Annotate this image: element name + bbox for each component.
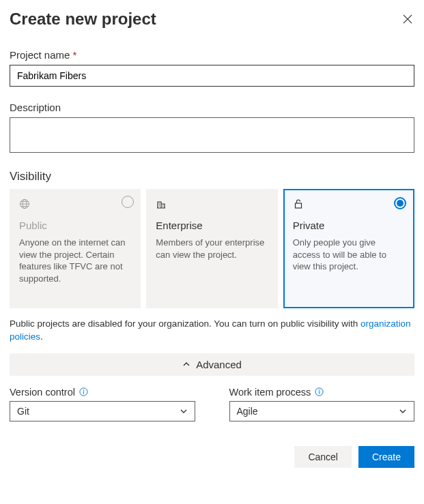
- description-input[interactable]: [10, 117, 414, 153]
- radio-indicator-selected: [394, 197, 406, 209]
- page-title: Create new project: [10, 10, 156, 29]
- cancel-button[interactable]: Cancel: [294, 446, 352, 468]
- svg-rect-5: [83, 391, 84, 394]
- chevron-up-icon: [182, 360, 190, 368]
- lock-icon: [293, 198, 405, 211]
- project-name-label: Project name *: [10, 49, 414, 61]
- project-name-input[interactable]: [10, 65, 414, 87]
- building-icon: [156, 198, 268, 211]
- card-title: Public: [19, 220, 131, 231]
- chevron-down-icon: [399, 407, 407, 415]
- globe-icon: [19, 198, 131, 211]
- svg-rect-8: [319, 391, 320, 394]
- card-description: Members of your enterprise can view the …: [156, 237, 268, 261]
- advanced-toggle[interactable]: Advanced: [10, 353, 414, 376]
- version-control-label: Version control: [10, 387, 75, 398]
- visibility-option-enterprise[interactable]: Enterprise Members of your enterprise ca…: [146, 189, 277, 308]
- svg-rect-2: [295, 203, 301, 208]
- info-icon[interactable]: [79, 387, 88, 396]
- svg-point-7: [319, 389, 320, 391]
- chevron-down-icon: [180, 407, 188, 415]
- create-button[interactable]: Create: [358, 446, 414, 468]
- visibility-label: Visibility: [10, 170, 414, 183]
- description-label: Description: [10, 102, 414, 113]
- visibility-notice: Public projects are disabled for your or…: [10, 318, 414, 344]
- card-description: Only people you give access to will be a…: [293, 237, 405, 273]
- card-title: Enterprise: [156, 220, 268, 231]
- work-item-process-label: Work item process: [229, 387, 311, 398]
- work-item-process-select[interactable]: Agile: [229, 401, 415, 421]
- close-button[interactable]: [401, 12, 414, 26]
- card-description: Anyone on the internet can view the proj…: [19, 237, 131, 284]
- card-title: Private: [293, 220, 405, 231]
- svg-point-4: [83, 389, 85, 391]
- visibility-option-private[interactable]: Private Only people you give access to w…: [283, 189, 414, 308]
- info-icon[interactable]: [315, 387, 324, 396]
- radio-indicator: [122, 196, 134, 208]
- visibility-option-public: Public Anyone on the internet can view t…: [10, 189, 141, 308]
- version-control-select[interactable]: Git: [10, 401, 195, 421]
- close-icon: [403, 14, 412, 24]
